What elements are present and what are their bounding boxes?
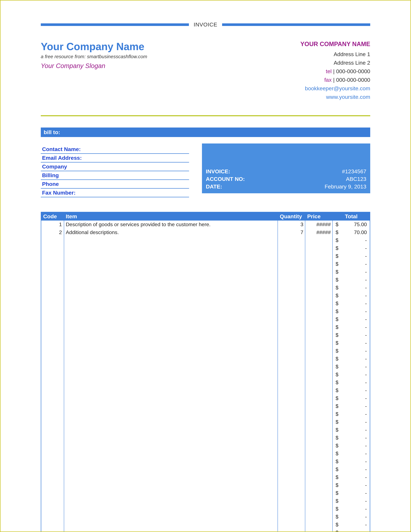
cell-quantity: [278, 244, 305, 252]
cell-total: $-: [333, 307, 370, 315]
address-line-1: Address Line 1: [300, 51, 370, 57]
cell-price: [305, 505, 333, 513]
cell-code: [41, 363, 64, 371]
cell-code: [41, 292, 64, 300]
cell-item: [64, 300, 278, 307]
cell-total: $-: [333, 466, 370, 473]
table-row: $-: [41, 450, 370, 457]
table-row: $-: [41, 442, 370, 450]
currency-symbol: $: [336, 435, 338, 441]
cell-total: $-: [333, 371, 370, 379]
invoice-label: INVOICE:: [206, 168, 230, 175]
cell-price: [305, 363, 333, 371]
cell-item: [64, 473, 278, 481]
cell-quantity: [278, 426, 305, 434]
cell-code: [41, 347, 64, 355]
cell-total: $-: [333, 418, 370, 426]
title-row: INVOICE: [41, 21, 370, 28]
total-amount: 70.00: [354, 229, 367, 235]
total-amount: -: [365, 371, 367, 378]
date-label: DATE:: [206, 183, 222, 190]
cell-quantity: [278, 513, 305, 521]
col-head-quantity: Quantity: [278, 212, 305, 220]
table-row: $-: [41, 402, 370, 410]
table-row: $-: [41, 497, 370, 505]
cell-item: [64, 426, 278, 434]
col-head-code: Code: [41, 212, 64, 220]
cell-code: [41, 473, 64, 481]
fax-number-field: Fax Number:: [41, 189, 189, 197]
cell-code: [41, 489, 64, 497]
total-amount: -: [365, 348, 367, 354]
currency-symbol: $: [336, 340, 338, 346]
cell-item: [64, 371, 278, 379]
cell-price: [305, 355, 333, 363]
cell-price: [305, 434, 333, 442]
table-row: $-: [41, 307, 370, 315]
phone-field: Phone: [41, 180, 189, 189]
cell-total: $-: [333, 379, 370, 386]
cell-code: [41, 418, 64, 426]
cell-code: [41, 481, 64, 489]
currency-symbol: $: [336, 324, 338, 330]
total-amount: 75.00: [354, 221, 367, 228]
total-amount: -: [365, 301, 367, 306]
total-amount: -: [365, 340, 367, 346]
cell-code: [41, 252, 64, 260]
cell-quantity: [278, 497, 305, 505]
cell-quantity: [278, 371, 305, 379]
total-amount: -: [365, 427, 367, 433]
title-rule-right: [222, 23, 370, 26]
cell-item: [64, 260, 278, 268]
cell-price: [305, 371, 333, 379]
cell-item: [64, 497, 278, 505]
cell-total: $-: [333, 300, 370, 307]
table-row: $-: [41, 284, 370, 292]
cell-item: [64, 323, 278, 331]
total-amount: -: [365, 387, 367, 393]
cell-price: [305, 418, 333, 426]
cell-quantity: [278, 315, 305, 323]
cell-code: [41, 497, 64, 505]
total-amount: -: [365, 356, 367, 362]
cell-code: [41, 386, 64, 394]
cell-item: [64, 379, 278, 386]
total-amount: -: [365, 514, 367, 520]
currency-symbol: $: [336, 530, 338, 532]
table-row: $-: [41, 260, 370, 268]
total-amount: -: [365, 458, 367, 465]
cell-total: $-: [333, 236, 370, 244]
cell-code: 2: [41, 228, 64, 236]
cell-code: [41, 331, 64, 339]
total-amount: -: [365, 403, 367, 409]
total-amount: -: [365, 237, 367, 243]
cell-price: #####: [305, 220, 333, 228]
col-head-total: Total: [333, 212, 370, 220]
cell-code: [41, 442, 64, 450]
cell-code: [41, 434, 64, 442]
cell-quantity: [278, 363, 305, 371]
currency-symbol: $: [336, 380, 338, 385]
currency-symbol: $: [336, 221, 338, 228]
cell-total: $-: [333, 339, 370, 347]
cell-quantity: [278, 473, 305, 481]
cell-total: $-: [333, 268, 370, 276]
cell-total: $-: [333, 457, 370, 466]
cell-item: [64, 268, 278, 276]
cell-price: [305, 386, 333, 394]
cell-code: [41, 339, 64, 347]
cell-code: [41, 260, 64, 268]
total-amount: -: [365, 245, 367, 251]
cell-quantity: [278, 418, 305, 426]
line-items-table: Code Item Quantity Price Total 1Descript…: [41, 212, 370, 532]
cell-quantity: [278, 521, 305, 529]
cell-price: [305, 513, 333, 521]
cell-total: $70.00: [333, 228, 370, 236]
cell-total: $-: [333, 363, 370, 371]
cell-item: [64, 434, 278, 442]
table-row: $-: [41, 481, 370, 489]
cell-quantity: [278, 529, 305, 532]
cell-price: [305, 339, 333, 347]
cell-price: [305, 442, 333, 450]
cell-total: $-: [333, 426, 370, 434]
